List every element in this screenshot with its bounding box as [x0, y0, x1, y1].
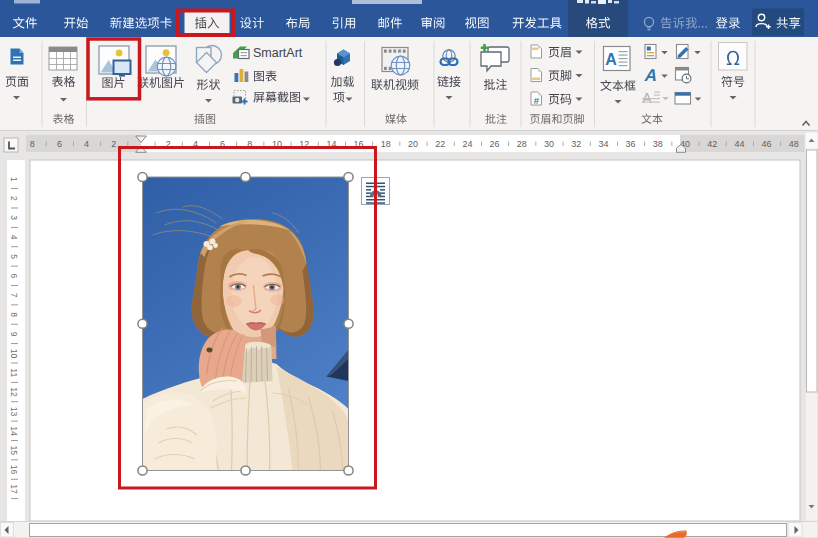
svg-text:3: 3 — [9, 215, 19, 220]
svg-text:38: 38 — [653, 139, 663, 149]
svg-text:36: 36 — [626, 139, 636, 149]
svg-text:9: 9 — [9, 332, 19, 337]
svg-text:10: 10 — [9, 349, 19, 359]
svg-text:8: 8 — [9, 312, 19, 317]
svg-text:14: 14 — [9, 426, 19, 436]
svg-text:SmartArt: SmartArt — [253, 46, 303, 60]
svg-text:#: # — [534, 95, 540, 106]
svg-text:4: 4 — [84, 139, 89, 149]
svg-text:13: 13 — [9, 407, 19, 417]
svg-text:5: 5 — [9, 254, 19, 259]
svg-text:44: 44 — [734, 139, 744, 149]
svg-text:18: 18 — [381, 139, 391, 149]
svg-text:6: 6 — [9, 274, 19, 279]
svg-text:1: 1 — [9, 177, 19, 182]
svg-text:20: 20 — [408, 139, 418, 149]
svg-text:34: 34 — [598, 139, 608, 149]
svg-text:6: 6 — [57, 139, 62, 149]
svg-text:48: 48 — [789, 139, 799, 149]
svg-text:24: 24 — [462, 139, 472, 149]
svg-text:7: 7 — [9, 293, 19, 298]
svg-text:22: 22 — [435, 139, 445, 149]
svg-text:32: 32 — [571, 139, 581, 149]
svg-text:16: 16 — [9, 465, 19, 475]
svg-text:11: 11 — [9, 368, 19, 377]
svg-text:A: A — [605, 51, 617, 68]
svg-text:8: 8 — [30, 139, 35, 149]
svg-text:2: 2 — [9, 196, 19, 201]
svg-text:30: 30 — [544, 139, 554, 149]
svg-text:46: 46 — [762, 139, 772, 149]
svg-text:2: 2 — [111, 139, 116, 149]
svg-text:12: 12 — [9, 387, 19, 397]
svg-text:17: 17 — [9, 484, 19, 494]
svg-text:28: 28 — [517, 139, 527, 149]
svg-text:42: 42 — [707, 139, 717, 149]
svg-text:26: 26 — [490, 139, 500, 149]
svg-text:4: 4 — [9, 235, 19, 240]
svg-text:15: 15 — [9, 445, 19, 455]
